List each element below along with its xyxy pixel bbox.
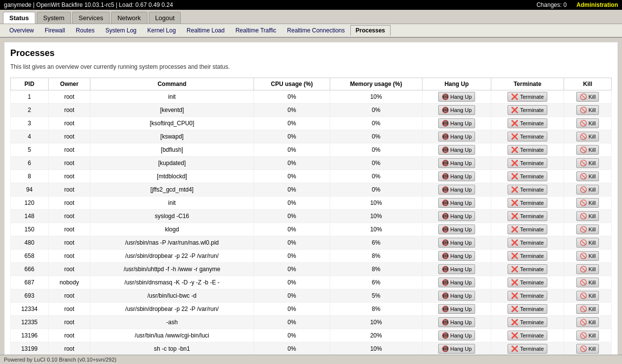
cell-hangup: 📵Hang Up (422, 303, 491, 316)
terminate-button[interactable]: ❌Terminate (508, 158, 547, 168)
cell-cpu: 0% (254, 183, 330, 196)
subnav-tab-realtime-traffic[interactable]: Realtime Traffic (230, 25, 282, 36)
terminate-icon: ❌ (511, 306, 518, 312)
kill-icon: 🚫 (580, 266, 587, 273)
kill-button[interactable]: 🚫Kill (576, 105, 599, 115)
hangup-button[interactable]: 📵Hang Up (438, 132, 475, 141)
hangup-button[interactable]: 📵Hang Up (438, 92, 475, 102)
kill-button[interactable]: 🚫Kill (576, 331, 599, 340)
terminate-button[interactable]: ❌Terminate (508, 105, 547, 115)
hangup-button[interactable]: 📵Hang Up (438, 291, 475, 301)
kill-button[interactable]: 🚫Kill (576, 278, 599, 287)
terminate-button[interactable]: ❌Terminate (508, 92, 547, 102)
terminate-button[interactable]: ❌Terminate (508, 278, 547, 287)
subnav-tab-realtime-connections[interactable]: Realtime Connections (282, 25, 350, 36)
terminate-button[interactable]: ❌Terminate (508, 145, 547, 155)
kill-button[interactable]: 🚫Kill (576, 92, 599, 102)
hangup-button[interactable]: 📵Hang Up (438, 118, 475, 128)
hangup-icon: 📵 (442, 226, 449, 233)
kill-button[interactable]: 🚫Kill (576, 291, 599, 301)
kill-button[interactable]: 🚫Kill (576, 317, 599, 327)
kill-icon: 🚫 (580, 146, 587, 153)
hangup-button[interactable]: 📵Hang Up (438, 185, 475, 195)
col-header-terminate: Terminate (491, 78, 564, 90)
hangup-button[interactable]: 📵Hang Up (438, 171, 475, 181)
nav-tab-services[interactable]: Services (72, 12, 110, 24)
hangup-icon: 📵 (442, 186, 449, 193)
kill-button[interactable]: 🚫Kill (576, 185, 599, 195)
nav-tab-status[interactable]: Status (3, 12, 35, 24)
terminate-button[interactable]: ❌Terminate (508, 317, 547, 327)
nav-tab-system[interactable]: System (37, 12, 71, 24)
hangup-button[interactable]: 📵Hang Up (438, 331, 475, 340)
hangup-button[interactable]: 📵Hang Up (438, 198, 475, 208)
col-header-hang-up: Hang Up (422, 78, 491, 90)
kill-button[interactable]: 🚫Kill (576, 198, 599, 208)
terminate-button[interactable]: ❌Terminate (508, 344, 547, 354)
subnav-tab-routes[interactable]: Routes (70, 25, 100, 36)
terminate-button[interactable]: ❌Terminate (508, 118, 547, 128)
kill-button[interactable]: 🚫Kill (576, 344, 599, 354)
kill-button[interactable]: 🚫Kill (576, 238, 599, 248)
terminate-button[interactable]: ❌Terminate (508, 304, 547, 314)
kill-button[interactable]: 🚫Kill (576, 304, 599, 314)
terminate-button[interactable]: ❌Terminate (508, 185, 547, 195)
terminate-button[interactable]: ❌Terminate (508, 224, 547, 234)
kill-button[interactable]: 🚫Kill (576, 171, 599, 181)
kill-button[interactable]: 🚫Kill (576, 224, 599, 234)
cell-terminate: ❌Terminate (491, 157, 564, 170)
terminate-button[interactable]: ❌Terminate (508, 251, 547, 261)
kill-button[interactable]: 🚫Kill (576, 251, 599, 261)
terminate-button[interactable]: ❌Terminate (508, 291, 547, 301)
hangup-button[interactable]: 📵Hang Up (438, 344, 475, 354)
hangup-button[interactable]: 📵Hang Up (438, 264, 475, 274)
terminate-button[interactable]: ❌Terminate (508, 132, 547, 141)
col-header-memory-usage----: Memory usage (%) (330, 78, 422, 90)
kill-icon: 🚫 (580, 107, 587, 113)
terminate-button[interactable]: ❌Terminate (508, 331, 547, 340)
hangup-button[interactable]: 📵Hang Up (438, 224, 475, 234)
cell-owner: root (48, 210, 90, 223)
nav-tab-network[interactable]: Network (111, 12, 147, 24)
hangup-button[interactable]: 📵Hang Up (438, 238, 475, 248)
cell-kill: 🚫Kill (564, 157, 612, 170)
hangup-button[interactable]: 📵Hang Up (438, 278, 475, 287)
kill-button[interactable]: 🚫Kill (576, 264, 599, 274)
kill-button[interactable]: 🚫Kill (576, 211, 599, 221)
hangup-button[interactable]: 📵Hang Up (438, 158, 475, 168)
subnav-tab-processes[interactable]: Processes (350, 25, 391, 36)
cell-hangup: 📵Hang Up (422, 90, 491, 104)
hangup-button[interactable]: 📵Hang Up (438, 317, 475, 327)
hangup-icon: 📵 (442, 133, 449, 140)
subnav-tab-realtime-load[interactable]: Realtime Load (181, 25, 230, 36)
hangup-button[interactable]: 📵Hang Up (438, 251, 475, 261)
header-right: Changes: 0 Administration (537, 1, 618, 8)
hangup-button[interactable]: 📵Hang Up (438, 304, 475, 314)
kill-button[interactable]: 🚫Kill (576, 145, 599, 155)
cell-kill: 🚫Kill (564, 250, 612, 263)
terminate-button[interactable]: ❌Terminate (508, 238, 547, 248)
cell-pid: 120 (11, 196, 49, 210)
kill-button[interactable]: 🚫Kill (576, 158, 599, 168)
hangup-button[interactable]: 📵Hang Up (438, 145, 475, 155)
table-row: 480root/usr/sbin/nas -P /var/run/nas.wl0… (11, 236, 612, 250)
hangup-button[interactable]: 📵Hang Up (438, 211, 475, 221)
subnav-tab-firewall[interactable]: Firewall (39, 25, 70, 36)
nav-tab-logout[interactable]: Logout (149, 12, 181, 24)
kill-button[interactable]: 🚫Kill (576, 132, 599, 141)
subnav-tab-kernel-log[interactable]: Kernel Log (142, 25, 181, 36)
cell-hangup: 📵Hang Up (422, 196, 491, 210)
terminate-button[interactable]: ❌Terminate (508, 264, 547, 274)
admin-link[interactable]: Administration (576, 1, 618, 8)
cell-pid: 1 (11, 90, 49, 104)
subnav-tab-system-log[interactable]: System Log (100, 25, 141, 36)
subnav-tab-overview[interactable]: Overview (4, 25, 39, 36)
kill-button[interactable]: 🚫Kill (576, 118, 599, 128)
terminate-button[interactable]: ❌Terminate (508, 198, 547, 208)
col-header-command: Command (90, 78, 254, 90)
terminate-button[interactable]: ❌Terminate (508, 171, 547, 181)
cell-terminate: ❌Terminate (491, 329, 564, 342)
hangup-button[interactable]: 📵Hang Up (438, 105, 475, 115)
cell-mem: 0% (330, 104, 422, 117)
terminate-button[interactable]: ❌Terminate (508, 211, 547, 221)
